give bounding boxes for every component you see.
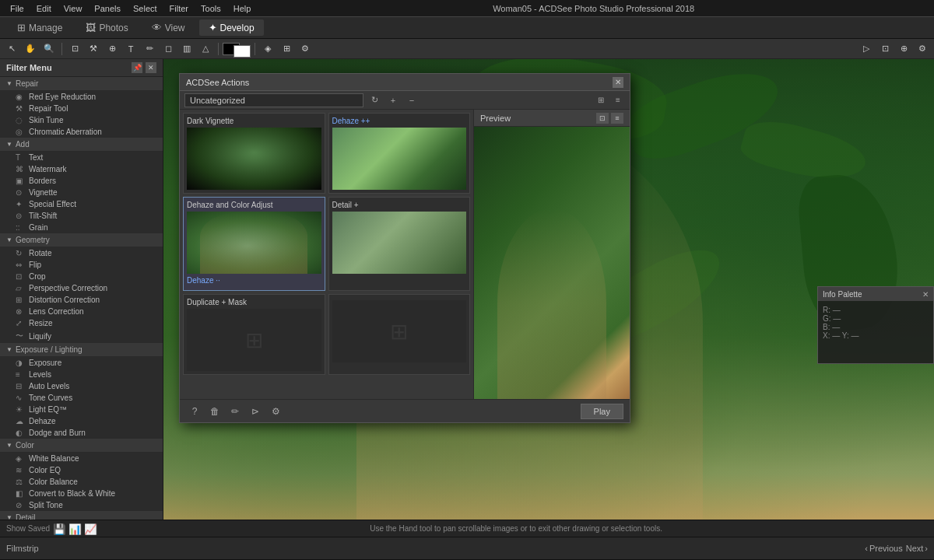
filter-borders[interactable]: ▣ Borders [0,175,163,187]
dialog-help-btn[interactable]: ? [186,404,203,419]
filter-tone-curves[interactable]: ∿ Tone Curves [0,392,163,404]
filter-skin-tune[interactable]: ◌ Skin Tune [0,114,163,126]
preview-expand-btn[interactable]: ⊡ [596,113,609,124]
action-duplicate-mask[interactable]: Duplicate + Mask ⊞ [183,294,325,375]
section-detail[interactable]: ▼ Detail [0,511,163,520]
dialog-layout-btn-2[interactable]: ≡ [611,93,625,107]
menu-view[interactable]: View [58,2,88,15]
filter-split-tone[interactable]: ⊘ Split Tone [0,499,163,511]
tab-manage[interactable]: ⊞ Manage [8,19,72,36]
filter-exposure[interactable]: ◑ Exposure [0,357,163,369]
menu-select[interactable]: Select [128,2,163,15]
dialog-settings-btn2[interactable]: ⚙ [267,404,284,419]
filter-red-eye[interactable]: ◉ Red Eye Reduction [0,91,163,103]
action-unknown[interactable]: ⊞ [328,294,471,375]
filter-crop[interactable]: ⊡ Crop [0,271,163,282]
tool-settings-1[interactable]: ◈ [259,41,276,57]
tool-heal[interactable]: ⚒ [85,41,102,57]
menu-panels[interactable]: Panels [89,2,126,15]
show-saved-btn-3[interactable]: 📈 [84,523,97,534]
action-dehaze[interactable]: Dehaze ++ [328,113,471,194]
filter-lens[interactable]: ⊗ Lens Correction [0,306,163,317]
background-color[interactable] [234,45,251,58]
filter-distortion[interactable]: ⊞ Distortion Correction [0,294,163,306]
tab-photos[interactable]: 🖼 Photos [76,19,137,36]
tool-crop[interactable]: ⊡ [66,41,83,57]
menu-edit[interactable]: Edit [31,2,57,15]
dialog-close-btn[interactable]: ✕ [613,77,623,88]
tool-extra-3[interactable]: ⊕ [895,41,912,57]
tool-settings-2[interactable]: ⊞ [278,41,295,57]
section-exposure[interactable]: ▼ Exposure / Lighting [0,343,163,357]
section-geometry[interactable]: ▼ Geometry [0,233,163,247]
tab-develop[interactable]: ✦ Develop [199,19,264,36]
dialog-edit-btn[interactable]: ✏ [226,404,244,419]
filter-watermark[interactable]: ⌘ Watermark [0,163,163,175]
tool-settings-3[interactable]: ⚙ [297,41,314,57]
filter-special-effect[interactable]: ✦ Special Effect [0,198,163,210]
dialog-share-btn[interactable]: ⊳ [247,404,264,419]
filter-chromatic[interactable]: ◎ Chromatic Aberration [0,126,163,138]
dialog-refresh-btn[interactable]: ↻ [367,93,382,107]
tool-extra-2[interactable]: ⊡ [876,41,894,57]
tool-eraser[interactable]: ◻ [160,41,177,57]
filter-tilt-shift[interactable]: ⊝ Tilt-Shift [0,210,163,222]
filter-rotate[interactable]: ↻ Rotate [0,247,163,259]
filter-perspective[interactable]: ▱ Perspective Correction [0,282,163,294]
filter-light-eq[interactable]: ☀ Light EQ™ [0,404,163,415]
filter-flip[interactable]: ⇔ Flip [0,259,163,271]
section-add[interactable]: ▼ Add [0,138,163,152]
tool-extra-1[interactable]: ▷ [858,41,875,57]
tool-gradient[interactable]: ▥ [178,41,195,57]
tool-hand[interactable]: ✋ [22,41,39,57]
filter-auto-levels[interactable]: ⊟ Auto Levels [0,380,163,392]
detail-label: Detail + [332,201,467,209]
preview-settings-btn[interactable]: ≡ [611,113,623,124]
action-dehaze-color[interactable]: Dehaze and Color Adjust Dehaze ·· [183,197,325,291]
dialog-delete-btn[interactable]: 🗑 [206,404,223,419]
tool-extra-4[interactable]: ⚙ [914,41,931,57]
filter-color-eq[interactable]: ≋ Color EQ [0,464,163,476]
color-eq-icon: ≋ [16,466,25,474]
show-saved-btn-2[interactable]: 📊 [68,523,81,534]
filter-liquify[interactable]: 〜 Liquify [0,329,163,343]
dialog-remove-btn[interactable]: − [404,93,420,107]
tool-pointer[interactable]: ↖ [3,41,20,57]
filter-levels[interactable]: ≡ Levels [0,369,163,380]
tab-view[interactable]: 👁 View [142,19,195,36]
dehaze-label: Dehaze ++ [332,117,467,125]
section-repair[interactable]: ▼ Repair [0,77,163,91]
filter-text[interactable]: T Text [0,152,163,163]
filter-white-balance[interactable]: ◈ White Balance [0,453,163,464]
dialog-add-btn[interactable]: + [385,93,401,107]
tool-clone[interactable]: ⊕ [104,41,121,57]
filmstrip-next-btn[interactable]: Next › [906,544,928,553]
filter-vignette[interactable]: ⊙ Vignette [0,187,163,198]
dialog-layout-btn-1[interactable]: ⊞ [594,93,608,107]
show-saved-btn-1[interactable]: 💾 [53,523,65,534]
play-button[interactable]: Play [581,404,623,419]
tool-shape[interactable]: △ [197,41,214,57]
filter-repair-tool[interactable]: ⚒ Repair Tool [0,103,163,114]
panel-close-btn[interactable]: ✕ [146,62,156,73]
menu-help[interactable]: Help [228,2,257,15]
menu-tools[interactable]: Tools [195,2,226,15]
menu-filter[interactable]: Filter [164,2,194,15]
filter-dehaze[interactable]: ☁ Dehaze [0,415,163,427]
filter-grain[interactable]: :: Grain [0,222,163,233]
action-detail[interactable]: Detail + [328,197,471,291]
filter-color-balance[interactable]: ⚖ Color Balance [0,476,163,488]
filter-resize[interactable]: ⤢ Resize [0,317,163,329]
panel-pin-btn[interactable]: 📌 [132,62,142,73]
menu-file[interactable]: File [5,2,30,15]
section-color[interactable]: ▼ Color [0,439,163,453]
filter-bw[interactable]: ◧ Convert to Black & White [0,488,163,499]
tool-zoom[interactable]: 🔍 [40,41,58,57]
filter-dodge-burn[interactable]: ◐ Dodge and Burn [0,427,163,439]
category-input[interactable] [184,93,363,107]
tool-brush[interactable]: ✏ [141,41,158,57]
tool-text[interactable]: T [122,41,139,57]
action-dark-vignette[interactable]: Dark Vignette [183,113,325,194]
info-palette-close[interactable]: ✕ [922,290,929,299]
filmstrip-prev-btn[interactable]: ‹ Previous [865,544,902,553]
